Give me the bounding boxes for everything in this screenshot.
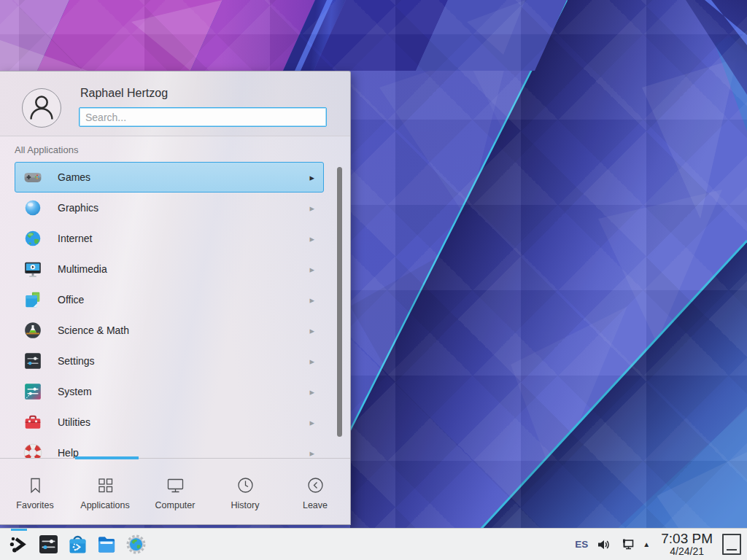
gamepad-icon [23, 167, 43, 187]
sphere-icon [23, 198, 43, 218]
network-icon[interactable] [619, 537, 635, 553]
globe-icon [23, 228, 43, 249]
kickoff-icon [8, 533, 31, 556]
file-manager-launcher[interactable] [92, 529, 121, 560]
keyboard-layout-indicator[interactable]: ES [573, 539, 589, 550]
system-settings-launcher[interactable] [34, 529, 63, 560]
discover-launcher[interactable] [63, 529, 92, 560]
web-browser-launcher[interactable] [121, 529, 150, 560]
tab-label: Favorites [16, 500, 53, 510]
computer-icon [166, 475, 185, 495]
category-label: System [58, 386, 92, 397]
category-label: Office [58, 294, 84, 306]
tabbar-separator [0, 458, 350, 459]
active-tab-indicator [75, 456, 139, 459]
lifebuoy-icon [23, 443, 43, 458]
tab-computer[interactable]: Computer [140, 461, 210, 525]
category-row-internet[interactable]: Internet ▸ [15, 223, 324, 254]
flask-icon [23, 320, 43, 341]
category-label: Internet [58, 233, 92, 244]
category-row-settings[interactable]: Settings ▸ [15, 346, 324, 376]
category-label: Settings [58, 355, 95, 367]
desktop: Raphael Hertzog All Applications Games ▸ [0, 0, 747, 560]
list-scrollbar[interactable] [337, 167, 342, 437]
tab-label: Applications [80, 500, 129, 510]
category-row-games[interactable]: Games ▸ [15, 162, 324, 192]
grid-icon [96, 475, 115, 495]
category-row-system[interactable]: System ▸ [15, 376, 324, 407]
volume-icon[interactable] [596, 537, 612, 553]
category-row-utilities[interactable]: Utilities ▸ [15, 407, 324, 438]
submenu-arrow-icon: ▸ [309, 172, 314, 183]
clock-icon [236, 475, 255, 495]
category-row-help[interactable]: Help ▸ [15, 438, 324, 458]
submenu-arrow-icon: ▸ [309, 264, 314, 275]
sliders-icon [23, 351, 43, 371]
application-launcher-button[interactable] [4, 529, 34, 560]
submenu-arrow-icon: ▸ [309, 417, 314, 428]
tray-expander-icon[interactable]: ▲ [641, 540, 651, 548]
tab-applications[interactable]: Applications [70, 461, 140, 525]
system-sliders-icon [23, 381, 43, 402]
tab-history[interactable]: History [210, 461, 280, 525]
application-category-list: Games ▸ Graphics ▸ [0, 162, 336, 458]
tab-label: History [231, 500, 260, 510]
system-settings-icon [37, 533, 60, 556]
web-browser-icon [125, 533, 147, 556]
system-tray: ES ▲ 7:03 PM 4/24/21 [573, 529, 747, 560]
monitor-play-icon [23, 259, 43, 279]
show-desktop-button[interactable] [722, 534, 741, 555]
tab-favorites[interactable]: Favorites [0, 461, 70, 525]
file-manager-icon [96, 533, 118, 556]
submenu-arrow-icon: ▸ [309, 203, 314, 214]
user-icon [23, 89, 61, 127]
launcher-tabbar: Favorites Applications Computer History [0, 461, 350, 525]
category-label: Science & Math [58, 324, 129, 336]
submenu-arrow-icon: ▸ [309, 356, 314, 367]
digital-clock[interactable]: 7:03 PM 4/24/21 [658, 532, 716, 556]
category-label: Multimedia [58, 263, 107, 275]
user-avatar[interactable] [22, 88, 61, 128]
clock-time: 7:03 PM [661, 532, 713, 546]
tab-leave[interactable]: Leave [280, 461, 350, 525]
category-label: Graphics [58, 202, 98, 214]
category-row-graphics[interactable]: Graphics ▸ [15, 192, 324, 223]
category-row-multimedia[interactable]: Multimedia ▸ [15, 254, 324, 284]
leave-icon [306, 475, 325, 495]
clock-date: 4/24/21 [661, 546, 713, 557]
category-row-science-math[interactable]: Science & Math ▸ [15, 315, 324, 346]
documents-icon [23, 289, 43, 310]
submenu-arrow-icon: ▸ [309, 233, 314, 244]
active-task-indicator [11, 529, 27, 531]
tab-label: Computer [155, 500, 196, 510]
toolbox-icon [23, 412, 43, 432]
submenu-arrow-icon: ▸ [309, 386, 314, 397]
submenu-arrow-icon: ▸ [309, 295, 314, 306]
submenu-arrow-icon: ▸ [309, 448, 314, 459]
search-input[interactable] [79, 107, 327, 127]
taskbar-panel: ES ▲ 7:03 PM 4/24/21 [0, 528, 747, 560]
application-launcher-popup: Raphael Hertzog All Applications Games ▸ [0, 71, 351, 525]
bookmark-icon [26, 475, 45, 495]
tab-label: Leave [303, 500, 328, 510]
discover-icon [66, 533, 89, 556]
category-label: Utilities [58, 416, 90, 428]
launcher-header: Raphael Hertzog [0, 71, 350, 136]
section-label: All Applications [15, 144, 78, 155]
submenu-arrow-icon: ▸ [309, 325, 314, 336]
category-label: Games [58, 171, 90, 183]
taskbar-launchers [0, 529, 150, 560]
user-name: Raphael Hertzog [80, 87, 168, 100]
category-row-office[interactable]: Office ▸ [15, 284, 324, 315]
